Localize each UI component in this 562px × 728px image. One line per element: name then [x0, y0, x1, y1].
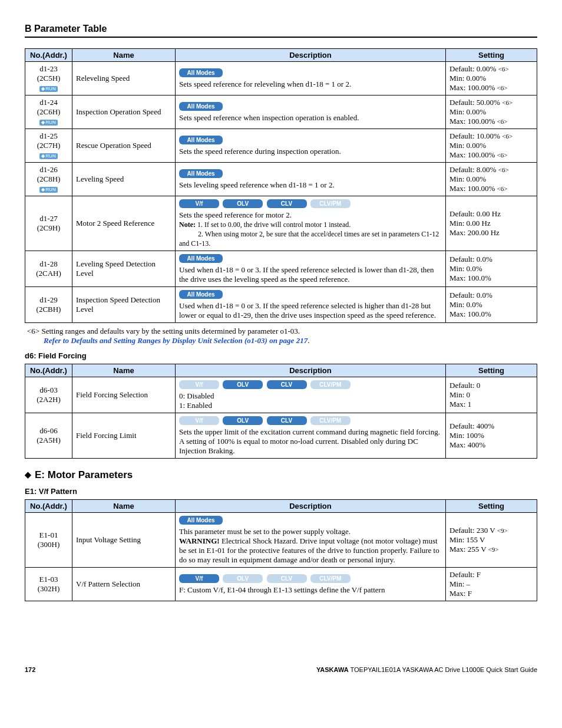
table-row: d1-23 (2C5H) RUN Releveling Speed All Mo… [25, 62, 537, 95]
param-desc: V/f OLV CLV CLV/PM Sets the speed refere… [176, 196, 446, 251]
col-name: Name [72, 49, 176, 62]
param-setting: Default: 50.00% <6> Min: 0.00% Max: 100.… [446, 95, 537, 129]
setting-min: Min: 0.0% [449, 264, 482, 273]
param-setting: Default: 0.00% <6> Min: 0.00% Max: 100.0… [446, 62, 537, 95]
desc-text: Sets speed reference for releveling when… [179, 80, 351, 88]
param-id: d6-06 [39, 426, 57, 435]
mode-olv-badge: OLV [223, 199, 263, 208]
param-addr: (2C8H) [37, 174, 61, 183]
param-setting: Default: 10.00% <6> Min: 0.00% Max: 100.… [446, 129, 537, 163]
ref-note: <6> [502, 133, 513, 140]
param-name: Input Voltage Setting [72, 513, 176, 568]
param-name: Inspection Operation Speed [72, 95, 176, 129]
ref-note: <9> [488, 546, 499, 553]
col-no: No.(Addr.) [25, 49, 72, 62]
desc-text: 1: Enabled [179, 401, 212, 410]
param-name: Leveling Speed [72, 163, 176, 196]
mode-clv-badge: CLV [267, 199, 307, 208]
setting-max: Max: F [449, 589, 472, 598]
setting-default: Default: 0.0% [449, 255, 492, 263]
setting-max: Max: 100.0% [449, 274, 491, 282]
param-name: Field Forcing Limit [72, 413, 176, 459]
section-e-header: ◆E: Motor Parameters [25, 469, 537, 481]
table-row: E1-01 (300H) Input Voltage Setting All M… [25, 513, 537, 568]
setting-default: Default: 50.00% [449, 98, 502, 107]
footnote-link[interactable]: Refer to Defaults and Setting Ranges by … [44, 336, 308, 345]
subsection-d6: d6: Field Forcing [25, 351, 537, 360]
mode-clvpm-badge: CLV/PM [310, 199, 351, 208]
param-setting: Default: 0.00 Hz Min: 0.00 Hz Max: 200.0… [446, 196, 537, 251]
setting-max: Max: 100.00% [449, 184, 497, 193]
table-row: d1-27 (2C9H) Motor 2 Speed Reference V/f… [25, 196, 537, 251]
mode-clv-badge: CLV [267, 380, 307, 389]
mode-olv-badge: OLV [223, 416, 263, 425]
note-label: Note: [179, 220, 197, 229]
desc-text: Sets speed reference when inspection ope… [179, 113, 359, 122]
parameter-table-d6: No.(Addr.) Name Description Setting d6-0… [25, 364, 537, 459]
ref-note: <6> [497, 118, 508, 125]
setting-min: Min: 0.00% [449, 74, 486, 83]
setting-max: Max: 400% [449, 440, 485, 449]
desc-text: This parameter must be set to the power … [179, 527, 351, 536]
ref-note: <6> [498, 65, 509, 73]
table-row: d1-25 (2C7H) RUN Rescue Operation Speed … [25, 129, 537, 163]
ref-note: <6> [498, 166, 509, 173]
ref-note: <6> [502, 99, 513, 106]
col-set: Setting [446, 500, 537, 513]
param-desc: V/f OLV CLV CLV/PM F: Custom V/f, E1-04 … [176, 568, 446, 601]
setting-min: Min: 0 [449, 390, 470, 399]
table-row: d1-29 (2CBH) Inspection Speed Detection … [25, 287, 537, 323]
desc-text: Used when d1-18 = 0 or 3. If the speed r… [179, 301, 436, 319]
col-desc: Description [176, 49, 446, 62]
param-addr: (2C6H) [37, 107, 61, 116]
setting-default: Default: 0.00% [449, 64, 498, 73]
mode-all-badge: All Modes [179, 254, 223, 263]
mode-all-badge: All Modes [179, 169, 223, 178]
parameter-table-d1: No.(Addr.) Name Description Setting d1-2… [25, 48, 537, 323]
parameter-table-e1: No.(Addr.) Name Description Setting E1-0… [25, 499, 537, 601]
mode-olv-badge: OLV [223, 380, 263, 389]
mode-olv-badge: OLV [223, 574, 263, 583]
param-addr: (300H) [38, 540, 60, 549]
run-badge: RUN [39, 86, 57, 92]
setting-max: Max: 100.00% [449, 150, 497, 159]
param-name: Inspection Speed Detection Level [72, 287, 176, 323]
setting-default: Default: 0.00 Hz [449, 209, 501, 218]
note-line: 1. If set to 0.00, the drive will contro… [197, 220, 351, 229]
param-addr: (2CBH) [37, 305, 61, 314]
col-desc: Description [176, 364, 446, 377]
param-desc: All Modes Sets speed reference when insp… [176, 95, 446, 129]
setting-max: Max: 100.00% [449, 83, 497, 92]
setting-min: Min: 155 V [449, 535, 485, 544]
mode-clv-badge: CLV [267, 416, 307, 425]
desc-text: Sets the speed reference for motor 2. [179, 210, 292, 219]
warning-label: WARNING! [179, 536, 220, 545]
col-no: No.(Addr.) [25, 364, 72, 377]
param-no: d6-03 (2A2H) [25, 377, 72, 413]
param-id: d1-25 [39, 131, 57, 140]
setting-default: Default: 230 V [449, 526, 497, 535]
param-no: E1-03 (302H) [25, 568, 72, 601]
table-header-row: No.(Addr.) Name Description Setting [25, 49, 537, 62]
ref-note: <6> [497, 185, 508, 192]
ref-note: <6> [497, 151, 508, 159]
param-desc: All Modes Sets leveling speed reference … [176, 163, 446, 196]
desc-text: F: Custom V/f, E1-04 through E1-13 setti… [179, 585, 385, 594]
setting-min: Min: 0.0% [449, 300, 482, 309]
param-setting: Default: 400% Min: 100% Max: 400% [446, 413, 537, 459]
param-id: d1-27 [39, 214, 57, 223]
table-header-row: No.(Addr.) Name Description Setting [25, 500, 537, 513]
col-set: Setting [446, 49, 537, 62]
table-header-row: No.(Addr.) Name Description Setting [25, 364, 537, 377]
param-id: E1-01 [39, 531, 58, 539]
mode-all-badge: All Modes [179, 290, 223, 299]
param-setting: Default: 0.0% Min: 0.0% Max: 100.0% [446, 287, 537, 323]
table-row: d1-26 (2C8H) RUN Leveling Speed All Mode… [25, 163, 537, 196]
setting-min: Min: 0.00% [449, 141, 486, 150]
mode-clvpm-badge: CLV/PM [310, 574, 351, 583]
param-no: d6-06 (2A5H) [25, 413, 72, 459]
param-addr: (2C9H) [37, 223, 61, 232]
mode-all-badge: All Modes [179, 68, 223, 77]
param-setting: Default: 230 V <9> Min: 155 V Max: 255 V… [446, 513, 537, 568]
table-row: d1-28 (2CAH) Leveling Speed Detection Le… [25, 251, 537, 287]
